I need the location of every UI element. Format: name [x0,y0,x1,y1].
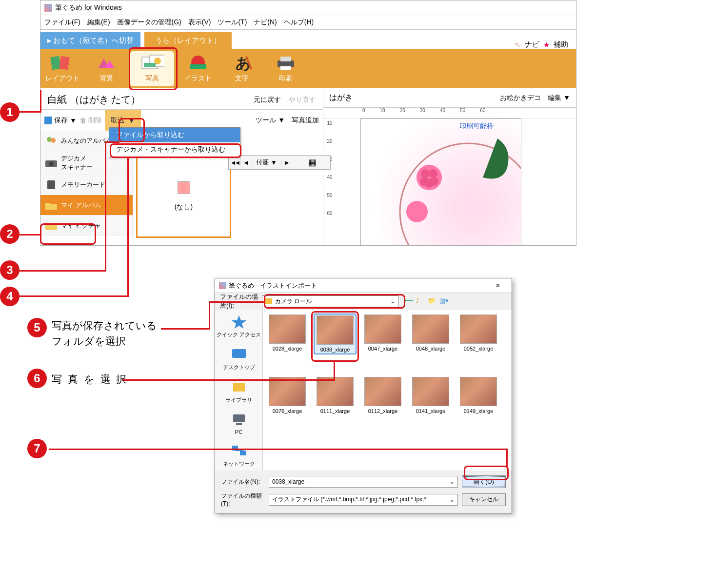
filename-input[interactable]: 0038_xlarge⌄ [269,476,458,488]
folder-icon [44,220,58,231]
up-icon[interactable]: ⤴ [416,297,425,306]
file-name: 0141_xlarge [416,408,446,414]
redo-button: やり直す [289,96,316,104]
file-list[interactable]: 0028_xlarge 0038_xlarge 0047_xlarge 0048… [263,310,512,470]
tool-background[interactable]: 背景 [84,49,128,88]
svg-rect-7 [144,63,156,67]
svg-rect-8 [190,64,206,69]
svg-rect-31 [236,423,242,425]
tool-text-label: 文字 [235,74,249,83]
menu-file[interactable]: ファイル(F) [44,18,80,27]
undo-button[interactable]: 元に戻す [254,96,281,104]
tab-ura-layout[interactable]: うら（レイアウト） [144,32,232,49]
dialog-app-icon [219,282,226,289]
file-item-selected[interactable]: 0038_xlarge [315,314,356,353]
right-title: はがき [329,93,353,103]
sidebar-network[interactable]: ネットワーク [223,444,255,468]
add-photo-button[interactable]: 写真追加 [292,116,319,125]
menu-bar: ファイル(F) 編集(E) 画像データの管理(G) 表示(V) ツール(T) ナ… [40,15,576,30]
menu-image[interactable]: 画像データの管理(G) [117,18,181,27]
tool-photo[interactable]: 写真 [130,51,174,86]
navi-label[interactable]: ナビ [525,40,539,49]
nav-next[interactable]: ► [281,159,293,166]
grid-view-icon[interactable]: ▦ [305,157,319,168]
callout-2: 2 [0,224,20,244]
close-button[interactable]: × [488,281,508,290]
view-menu-icon[interactable]: ▥▾ [439,297,448,306]
chevron-down-icon[interactable]: ⌄ [450,496,455,503]
tool-text[interactable]: あ 文字 [220,49,264,88]
cursor-icon: ↖ [515,40,521,49]
menu-edit[interactable]: 編集(E) [87,18,110,27]
svg-rect-11 [278,60,294,67]
tool-layout[interactable]: レイアウト [40,49,84,88]
dialog-bottom: ファイル名(N): 0038_xlarge⌄ 開く(O) ファイルの種類(T):… [215,470,512,513]
tool-illust[interactable]: イラスト [176,49,220,88]
deco-button[interactable]: お絵かきデコ [500,94,541,102]
file-item[interactable]: 0048_xlarge [410,314,451,353]
chevron-down-icon[interactable]: ⌄ [450,478,455,485]
file-item[interactable]: 0028_xlarge [267,314,308,353]
app-window: 筆ぐるめ for Windows ファイル(F) 編集(E) 画像データの管理(… [40,0,576,246]
camera-icon [44,157,58,168]
tab-right-tools: ↖ ナビ ★ 補助 [515,40,576,49]
file-item[interactable]: 0149_xlarge [458,377,499,414]
tab-switch-label: おもて（宛て名）へ切替 [53,36,134,45]
folder-memory-card[interactable]: メモリーカード [40,175,133,195]
svg-rect-13 [280,66,291,70]
file-thumb [460,377,497,406]
file-thumb [317,377,354,406]
svg-rect-28 [232,349,246,358]
file-item[interactable]: 0076_xlarge [267,377,308,414]
group-icon [44,136,58,146]
menu-help[interactable]: ヘルプ(H) [284,18,314,27]
thumb-placeholder-card[interactable]: (なし) [136,155,231,238]
file-item[interactable]: 0112_xlarge [362,377,403,414]
dialog-sidebar: クイック アクセス デスクトップ ライブラリ PC ネットワーク [215,310,263,470]
open-button[interactable]: 開く(O) [462,475,506,488]
nav-prev2[interactable]: ◄◄ [229,159,240,166]
import-from-scanner[interactable]: デジカメ・スキャナーから取り込む [109,142,240,157]
file-thumb [269,314,306,344]
save-dropdown[interactable]: ▼ [70,117,77,124]
tool-print[interactable]: 印刷 [264,49,308,88]
doc-title: 白紙 （はがき たて） [47,93,140,106]
menu-navi[interactable]: ナビ(N) [254,18,277,27]
tool-dropdown[interactable]: ツール ▼ [256,116,285,125]
line-4v [127,158,129,297]
menu-view[interactable]: 表示(V) [188,18,211,27]
file-item[interactable]: 0111_xlarge [315,377,356,414]
folder-my-pictures[interactable]: マイ ピクチャ [40,216,133,236]
folder-my-album[interactable]: マイ アルバム [40,195,133,216]
back-icon[interactable]: ⟵ [404,297,413,306]
nav-prev[interactable]: ◄ [240,159,252,166]
edit-menu[interactable]: 編集 ▼ [548,94,570,102]
location-combo[interactable]: カメラ ロール ⌄ [262,295,398,307]
file-item[interactable]: 0047_xlarge [362,314,403,353]
save-button[interactable]: 保存 ▼ [44,116,77,125]
import-from-file[interactable]: ファイルから取り込む [109,128,240,142]
folder-label: メモリーカード [61,180,105,189]
menu-tool[interactable]: ツール(T) [218,18,247,27]
filetype-input[interactable]: イラストファイル (*.wmf;*.bmp;*.tif;*.jpg;*.jpeg… [269,494,458,506]
canvas-wrap: 102030405060 印刷可能枠 [323,118,576,245]
assist-label[interactable]: 補助 [554,40,568,49]
sidebar-library[interactable]: ライブラリ [225,380,252,404]
thumb-nav-subbar: ◄◄ ◄ 付箋 ▼ ► ▦ [228,155,331,170]
ruler-vertical: 102030405060 [323,118,336,245]
sidebar-quick-access[interactable]: クイック アクセス [217,314,261,338]
new-folder-icon[interactable]: 📁 [428,297,436,306]
svg-marker-27 [232,315,246,329]
sidebar-desktop[interactable]: デスクトップ [223,347,255,371]
svg-rect-12 [280,57,291,61]
background-icon [94,55,119,72]
sidebar-pc[interactable]: PC [230,412,248,435]
tab-switch-omote[interactable]: おもて（宛て名）へ切替 [40,32,140,49]
import-dropdown[interactable]: ▼ [128,117,135,124]
sticky-button[interactable]: 付箋 ▼ [252,158,281,167]
cancel-button[interactable]: キャンセル [462,493,506,506]
canvas-preview[interactable]: 印刷可能枠 [360,118,521,245]
file-item[interactable]: 0141_xlarge [410,377,451,414]
delete-button: 🗑 削除 [79,116,102,125]
file-item[interactable]: 0052_xlarge [458,314,499,353]
